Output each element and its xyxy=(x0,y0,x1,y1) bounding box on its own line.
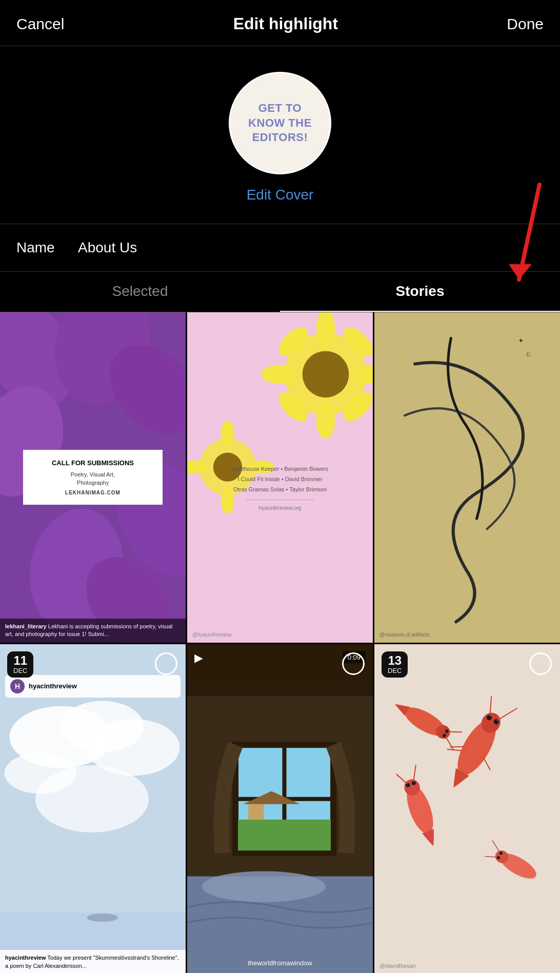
edit-cover-button[interactable]: Edit Cover xyxy=(247,187,314,203)
name-label: Name xyxy=(16,240,57,256)
story-item[interactable]: 0:09 ▶ theworldfromawindow xyxy=(187,644,373,973)
story-select-circle[interactable] xyxy=(342,652,365,675)
tabs-row: Selected Stories xyxy=(0,272,560,312)
story-item[interactable]: CALL FOR SUBMISSIONS Poetry, Visual Art,… xyxy=(0,312,186,643)
story-card-sub: Poetry, Visual Art,Photography xyxy=(31,471,154,487)
svg-point-10 xyxy=(303,351,349,397)
page-title: Edit highlight xyxy=(233,14,338,33)
story2-line3: Otras Gramas Solas • Taylor Brimson xyxy=(232,485,328,495)
svg-rect-37 xyxy=(187,685,373,696)
story-item[interactable]: ✦ 石 @museum.of.artifacts xyxy=(374,312,560,643)
svg-point-46 xyxy=(202,871,326,902)
story-caption: hyacinthreview Today we present "Skummes… xyxy=(0,950,186,973)
tab-stories[interactable]: Stories xyxy=(280,272,560,312)
tabs-wrapper: Selected Stories xyxy=(0,272,560,312)
cancel-button[interactable]: Cancel xyxy=(16,15,64,33)
header: Cancel Edit highlight Done xyxy=(0,0,560,46)
done-button[interactable]: Done xyxy=(507,15,544,33)
svg-point-12 xyxy=(316,403,335,439)
story2-username: @hyacinthreview xyxy=(192,632,231,638)
cover-circle[interactable]: GET TO KNOW THE EDITORS! xyxy=(229,72,331,174)
svg-point-21 xyxy=(221,421,234,446)
tab-selected[interactable]: Selected xyxy=(0,272,280,312)
stories-grid: CALL FOR SUBMISSIONS Poetry, Visual Art,… xyxy=(0,312,560,973)
story-date-badge: 11 Dec xyxy=(7,651,33,678)
story-account-header: H hyacinthreview xyxy=(5,675,181,698)
story-username: theworldfromawindow xyxy=(187,959,373,967)
story-username: @blandthesan xyxy=(379,963,416,969)
story-card-url: LEKHANIMAG.COM xyxy=(31,490,154,495)
svg-text:石: 石 xyxy=(526,351,531,357)
story-caption: lekhani_literary Lekhani is accepting su… xyxy=(5,623,181,639)
story2-line2: I Could Fit Inside • David Brimmer xyxy=(232,474,328,485)
svg-point-34 xyxy=(87,913,117,921)
story-item[interactable]: 11 Dec H hyacinthreview hyacinthreview T… xyxy=(0,644,186,973)
story-select-circle[interactable] xyxy=(529,652,552,675)
cover-section: GET TO KNOW THE EDITORS! Edit Cover xyxy=(0,46,560,224)
svg-point-13 xyxy=(261,365,297,384)
story-item[interactable]: 13 Dec @blandthesan xyxy=(374,644,560,973)
story-username: hyacinthreview xyxy=(29,682,77,690)
story-card-title: CALL FOR SUBMISSIONS xyxy=(31,459,154,468)
svg-rect-47 xyxy=(374,644,560,973)
story2-url: hyacinthreview.org xyxy=(232,505,328,511)
svg-point-32 xyxy=(35,765,149,832)
story-date-badge: 13 Dec xyxy=(382,651,408,678)
story-select-circle[interactable] xyxy=(155,652,177,675)
story3-username: @museum.of.artifacts xyxy=(379,632,429,638)
svg-text:✦: ✦ xyxy=(518,336,524,345)
svg-rect-42 xyxy=(238,819,331,850)
story2-line1: Lighthouse Keeper • Benjamin Bowers xyxy=(232,464,328,474)
story-item[interactable]: Lighthouse Keeper • Benjamin Bowers I Co… xyxy=(187,312,373,643)
name-value[interactable]: About Us xyxy=(78,240,137,256)
cover-text: GET TO KNOW THE EDITORS! xyxy=(243,96,317,150)
svg-rect-43 xyxy=(248,804,264,819)
name-row: Name About Us xyxy=(0,224,560,272)
story-platform-icon: ▶ xyxy=(194,651,203,665)
story-avatar: H xyxy=(10,679,25,693)
